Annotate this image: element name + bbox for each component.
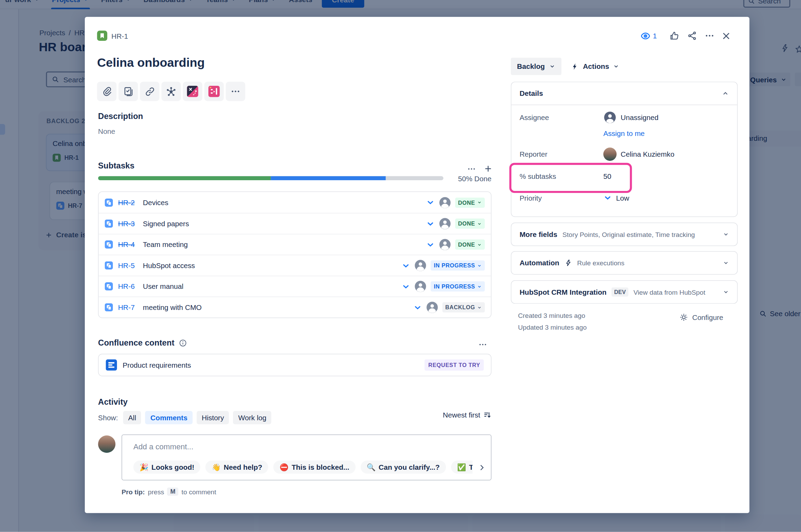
subtask-title[interactable]: meeting with CMO [143, 303, 202, 312]
hubspot-summary: View data from HubSpot [633, 288, 716, 296]
subtask-key[interactable]: HR-3 [118, 220, 135, 228]
subtasks-more-icon[interactable] [465, 163, 478, 175]
priority-low-icon [603, 193, 612, 202]
link-web-pages-button[interactable] [161, 82, 181, 101]
whiteboard-button[interactable] [183, 82, 202, 101]
subtask-title[interactable]: Signed papers [143, 220, 189, 228]
status-badge[interactable]: DONE [455, 239, 485, 250]
more-fields-panel[interactable]: More fields Story Points, Original estim… [511, 222, 738, 246]
details-panel: Details Assignee Unassigned Assign to me… [511, 82, 738, 217]
quick-reply-looks-good[interactable]: 🎉Looks good! [133, 460, 200, 474]
activity-filter-row: Show: All Comments History Work log [98, 411, 271, 424]
sort-order-button[interactable]: Newest first [443, 411, 491, 419]
quick-reply-label: This [469, 463, 472, 471]
subtask-key[interactable]: HR-5 [118, 262, 135, 270]
reporter-label: Reporter [520, 150, 603, 158]
chevron-up-icon[interactable] [722, 90, 729, 97]
chevron-down-icon [477, 305, 482, 310]
automation-label: Automation [520, 259, 559, 267]
details-panel-header[interactable]: Details [511, 82, 737, 105]
filter-history[interactable]: History [197, 411, 229, 424]
priority-low-icon[interactable] [426, 219, 434, 228]
confluence-more-icon[interactable] [476, 338, 489, 350]
assignee-avatar[interactable] [414, 259, 426, 272]
status-badge[interactable]: DONE [455, 219, 485, 229]
priority-low-icon[interactable] [426, 198, 434, 207]
priority-low-icon[interactable] [402, 282, 410, 291]
assignee-avatar[interactable] [439, 238, 451, 250]
configure-button[interactable]: Configure [680, 313, 723, 322]
subtask-key[interactable]: HR-7 [118, 303, 135, 312]
status-badge[interactable]: DONE [455, 197, 485, 208]
pro-tip: Pro tip: press M to comment [122, 487, 216, 496]
assignee-avatar[interactable] [439, 218, 451, 230]
info-icon[interactable] [179, 339, 187, 347]
hubspot-panel[interactable]: HubSpot CRM Integration DEV View data fr… [511, 280, 738, 304]
subtask-key[interactable]: HR-4 [118, 240, 135, 249]
thumbs-up-icon[interactable] [668, 30, 680, 42]
subtask-icon [105, 303, 113, 312]
assignee-value[interactable]: Unassigned [603, 111, 658, 124]
quick-reply-ready[interactable]: ✅This [451, 460, 472, 474]
more-toolbar-icon[interactable] [226, 82, 245, 101]
priority-low-icon[interactable] [402, 261, 410, 270]
subtask-row[interactable]: HR-7 meeting with CMO BACKLOG [99, 296, 491, 318]
subtask-key[interactable]: HR-2 [118, 198, 135, 207]
description-value[interactable]: None [98, 127, 115, 135]
quick-reply-need-help[interactable]: 👋Need help? [206, 460, 268, 474]
subtask-row[interactable]: HR-6 User manual IN PROGRESS [99, 276, 491, 297]
subtask-row[interactable]: HR-3 Signed papers DONE [99, 213, 491, 234]
subtask-row[interactable]: HR-2 Devices DONE [99, 192, 491, 213]
assignee-avatar[interactable] [439, 196, 451, 208]
status-badge[interactable]: IN PROGRESS [431, 260, 485, 271]
confluence-page-title[interactable]: Product requirements [123, 361, 191, 369]
request-to-try-button[interactable]: REQUEST TO TRY [425, 359, 484, 370]
add-link-button[interactable] [140, 82, 159, 101]
subtasks-progress-bar [98, 176, 443, 180]
share-icon[interactable] [686, 30, 698, 42]
subtask-key[interactable]: HR-6 [118, 282, 135, 291]
timeline-button[interactable] [204, 82, 224, 101]
reporter-avatar [603, 148, 616, 161]
comment-input[interactable]: Add a comment... 🎉Looks good! 👋Need help… [122, 434, 491, 480]
automation-panel[interactable]: Automation Rule executions [511, 251, 738, 275]
assign-to-me-link[interactable]: Assign to me [603, 129, 645, 137]
subtask-icon [105, 262, 113, 270]
chevron-down-icon [477, 242, 482, 247]
subtask-row[interactable]: HR-4 Team meeting DONE [99, 234, 491, 255]
status-dropdown[interactable]: Backlog [511, 58, 562, 75]
status-label: DONE [458, 221, 475, 227]
subtask-title[interactable]: HubSpot access [143, 262, 195, 270]
filter-comments[interactable]: Comments [145, 411, 192, 424]
quick-reply-clarify[interactable]: 🔍Can you clarify...? [360, 460, 446, 474]
priority-value[interactable]: Low [603, 193, 629, 202]
subtask-title[interactable]: Devices [143, 198, 168, 207]
subtask-title[interactable]: Team meeting [143, 240, 188, 249]
add-subtask-icon[interactable] [481, 162, 494, 174]
percent-subtasks-value[interactable]: 50 [603, 172, 611, 180]
issue-title[interactable]: Celina onboarding [97, 56, 205, 70]
close-icon[interactable] [720, 30, 732, 42]
reporter-value[interactable]: Celina Kuziemko [603, 148, 674, 161]
status-badge[interactable]: BACKLOG [442, 302, 485, 313]
progress-done-segment [98, 176, 271, 180]
more-actions-icon[interactable] [703, 30, 716, 42]
subtask-row[interactable]: HR-5 HubSpot access IN PROGRESS [99, 255, 491, 276]
assignee-avatar[interactable] [414, 280, 426, 292]
priority-low-icon[interactable] [426, 240, 434, 249]
filter-all[interactable]: All [123, 411, 141, 424]
attach-button[interactable] [97, 82, 116, 101]
created-timestamp: Created 3 minutes ago [518, 312, 585, 320]
watchers-eye-icon[interactable] [639, 30, 651, 42]
filter-worklog[interactable]: Work log [233, 411, 272, 424]
confluence-page-card[interactable]: Product requirements REQUEST TO TRY [98, 354, 491, 376]
status-badge[interactable]: IN PROGRESS [431, 281, 485, 292]
actions-dropdown[interactable]: Actions [571, 58, 619, 75]
quick-reply-blocked[interactable]: ⛔This is blocked... [273, 460, 356, 474]
priority-low-icon[interactable] [413, 303, 422, 312]
issue-key-breadcrumb[interactable]: HR-1 [111, 32, 128, 40]
quick-replies-next-icon[interactable] [478, 464, 486, 472]
add-checklist-button[interactable] [118, 82, 138, 101]
subtask-title[interactable]: User manual [143, 282, 183, 291]
assignee-avatar[interactable] [426, 301, 438, 313]
